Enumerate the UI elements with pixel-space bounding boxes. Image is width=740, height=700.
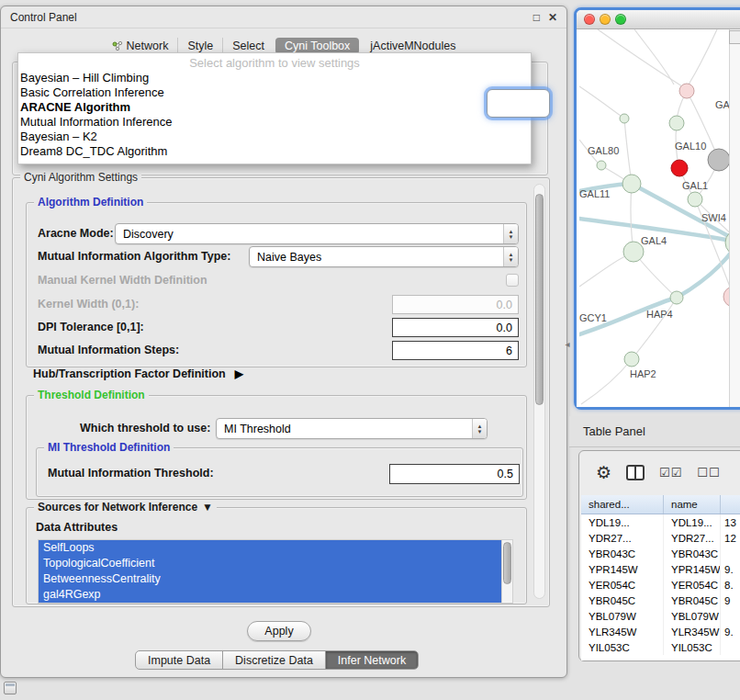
table-row[interactable]: YBL079WYBL079W bbox=[581, 608, 740, 624]
network-edge bbox=[624, 119, 632, 184]
table-row[interactable]: YER054CYER054C8. bbox=[581, 577, 740, 593]
table-row[interactable]: YDL19...YDL19...13 bbox=[581, 514, 740, 530]
control-panel-titlebar[interactable]: Control Panel □ ✕ bbox=[1, 6, 566, 28]
table-cell: YIL053C bbox=[664, 639, 721, 655]
network-node[interactable] bbox=[669, 116, 684, 130]
table-toolbar: ⚙ ☑☑ ☐☐ bbox=[579, 451, 740, 493]
table-cell: YBL079W bbox=[581, 608, 664, 624]
algorithm-option[interactable]: Bayesian – Hill Climbing bbox=[18, 71, 531, 85]
network-node[interactable] bbox=[624, 352, 639, 367]
table-row[interactable]: YBR043CYBR043C bbox=[581, 546, 740, 561]
algorithm-option[interactable]: ARACNE Algorithm bbox=[18, 100, 531, 115]
attribute-item[interactable]: BetweennessCentrality bbox=[39, 571, 501, 587]
network-node[interactable] bbox=[670, 291, 683, 304]
tab-label: Network bbox=[127, 40, 169, 52]
close-window-icon[interactable]: ✕ bbox=[548, 12, 557, 23]
network-scrollbar-track[interactable] bbox=[729, 29, 740, 407]
zoom-light[interactable] bbox=[615, 14, 626, 25]
algorithm-option[interactable]: Basic Correlation Inference bbox=[18, 85, 531, 100]
gear-icon[interactable]: ⚙ bbox=[596, 464, 611, 481]
algorithm-definition-title: Algorithm Definition bbox=[34, 196, 147, 209]
popup-prompt: Select algorithm to view settings bbox=[18, 55, 531, 71]
network-node[interactable] bbox=[688, 192, 702, 207]
network-node[interactable] bbox=[597, 161, 606, 170]
bottom-tab-infer-network[interactable]: Infer Network bbox=[325, 651, 418, 669]
network-svg: GAL8GAL80GAL10GAL11GAL1SWI4GAL4GCY1HAP4Y… bbox=[579, 29, 740, 407]
close-light[interactable] bbox=[584, 14, 595, 25]
tab-label: jActiveMNodules bbox=[370, 40, 455, 52]
settings-scrollbar-thumb[interactable] bbox=[535, 194, 544, 405]
table-cell: YLR345W bbox=[581, 624, 664, 639]
table-header-cell[interactable]: shared... bbox=[581, 495, 664, 514]
table-cell bbox=[721, 608, 740, 624]
float-window-icon[interactable]: □ bbox=[533, 12, 540, 23]
manual-kernel-checkbox[interactable] bbox=[506, 274, 519, 287]
node-label: GAL80 bbox=[588, 145, 619, 156]
restore-panel-icon[interactable] bbox=[4, 682, 17, 694]
algorithm-option[interactable]: Dream8 DC_TDC Algorithm bbox=[18, 144, 531, 159]
mi-steps-field[interactable]: 6 bbox=[392, 341, 519, 360]
stepper-arrows-icon: ▲▼ bbox=[503, 224, 518, 243]
table-header-cell[interactable]: name bbox=[664, 495, 721, 514]
table-row[interactable]: YDR27...YDR27...12 bbox=[581, 530, 740, 546]
table-cell: 13 bbox=[721, 514, 740, 530]
node-label: GAL11 bbox=[579, 188, 610, 199]
table-cell: YIL053C bbox=[581, 639, 664, 655]
table-row[interactable]: YIL053CYIL053C bbox=[581, 639, 740, 655]
network-node[interactable] bbox=[708, 149, 730, 171]
node-label: HAP2 bbox=[630, 368, 656, 379]
network-edge bbox=[579, 86, 621, 116]
sources-group-title[interactable]: Sources for Network Inference ▼ bbox=[34, 501, 217, 514]
tab-label: Style bbox=[187, 40, 213, 52]
table-cell: YPR145W bbox=[664, 561, 721, 577]
bottom-tab-discretize-data[interactable]: Discretize Data bbox=[222, 651, 325, 669]
bottom-tabs: Impute DataDiscretize DataInfer Network bbox=[135, 650, 419, 670]
which-threshold-combobox[interactable]: MI Threshold ▲▼ bbox=[216, 418, 488, 439]
dpi-tolerance-field[interactable]: 0.0 bbox=[392, 318, 519, 337]
settings-scrollbar[interactable] bbox=[533, 184, 545, 599]
table-cell: 9. bbox=[721, 561, 740, 577]
network-node[interactable] bbox=[671, 160, 688, 176]
network-node[interactable] bbox=[679, 84, 694, 98]
apply-button[interactable]: Apply bbox=[247, 621, 311, 641]
disclosure-collapsed-icon[interactable]: ▶ bbox=[235, 367, 243, 380]
table-cell: YBR043C bbox=[664, 546, 721, 561]
table-header-cell[interactable] bbox=[721, 495, 740, 514]
data-attributes-list[interactable]: SelfLoopsTopologicalCoefficientBetweenne… bbox=[38, 539, 513, 604]
kernel-width-label: Kernel Width (0,1): bbox=[38, 298, 139, 310]
bottom-tab-impute-data[interactable]: Impute Data bbox=[136, 651, 222, 669]
table-row[interactable]: YBR045CYBR045C9 bbox=[581, 593, 740, 608]
table-row[interactable]: YPR145WYPR145W9. bbox=[581, 561, 740, 577]
mi-threshold-field[interactable]: 0.5 bbox=[389, 464, 520, 484]
mi-type-combobox[interactable]: Naive Bayes ▲▼ bbox=[249, 246, 519, 267]
network-scroll-button[interactable] bbox=[729, 30, 740, 44]
network-node[interactable] bbox=[622, 175, 641, 193]
cyni-algorithm-settings-group: Cyni Algorithm Settings Algorithm Defini… bbox=[12, 177, 550, 607]
table-cell: YDL19... bbox=[581, 514, 664, 530]
table-panel-header: Table Panel bbox=[569, 416, 740, 447]
select-all-checks-icon[interactable]: ☑☑ bbox=[659, 466, 682, 480]
table-cell: YER054C bbox=[581, 577, 664, 593]
network-canvas[interactable]: GAL8GAL80GAL10GAL11GAL1SWI4GAL4GCY1HAP4Y… bbox=[577, 29, 740, 407]
table-row[interactable]: YLR345WYLR345W9. bbox=[581, 624, 740, 639]
attribute-item[interactable]: gal4RGexp bbox=[39, 587, 501, 603]
attributes-list-scrollbar[interactable] bbox=[501, 540, 512, 603]
table-cell bbox=[721, 639, 740, 655]
network-node[interactable] bbox=[620, 114, 629, 123]
network-window-titlebar[interactable] bbox=[577, 10, 740, 29]
algorithm-option[interactable]: Mutual Information Inference bbox=[18, 115, 531, 130]
minimize-light[interactable] bbox=[600, 14, 611, 25]
aracne-mode-combobox[interactable]: Discovery ▲▼ bbox=[115, 223, 519, 244]
kernel-width-field[interactable]: 0.0 bbox=[392, 295, 519, 314]
attribute-item[interactable]: SelfLoops bbox=[39, 540, 501, 556]
focused-text-field[interactable] bbox=[487, 89, 550, 118]
disclosure-expanded-icon[interactable]: ▼ bbox=[202, 501, 213, 514]
attributes-scrollbar-thumb[interactable] bbox=[503, 542, 511, 584]
deselect-all-checks-icon[interactable]: ☐☐ bbox=[697, 466, 720, 480]
hub-definition-toggle[interactable]: Hub/Transcription Factor Definition ▶ bbox=[33, 367, 243, 380]
table-panel-window: ⚙ ☑☑ ☐☐ shared...name YDL19...YDL19...13… bbox=[578, 450, 740, 661]
algorithm-option[interactable]: Bayesian – K2 bbox=[18, 130, 531, 144]
columns-icon[interactable] bbox=[626, 465, 645, 480]
attribute-item[interactable]: TopologicalCoefficient bbox=[39, 556, 501, 571]
splitter-collapse-handle[interactable]: ◂ bbox=[562, 336, 573, 351]
